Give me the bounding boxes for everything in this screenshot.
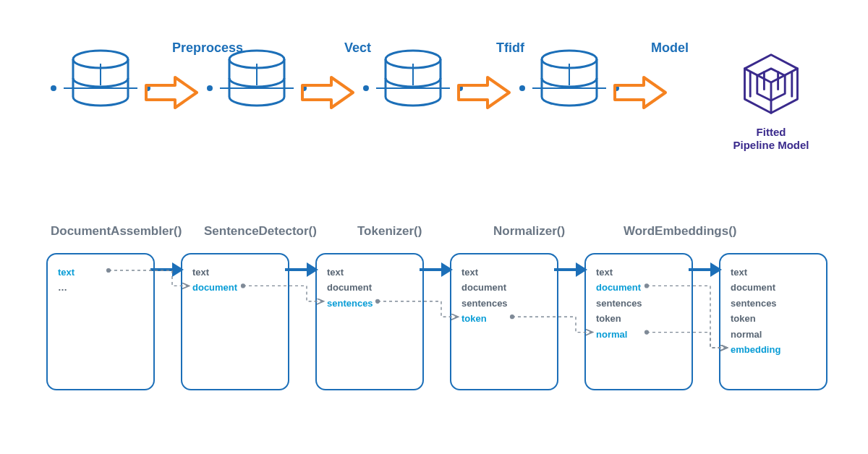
final-label-line2: Pipeline Model — [733, 139, 809, 151]
card-0-item-0: text — [58, 265, 143, 280]
annotator-card-4: textdocumentsentencestokennormal — [584, 253, 693, 390]
card-arrow-1 — [285, 260, 320, 282]
final-model-label: Fitted Pipeline Model — [720, 126, 822, 152]
annotator-bottom-row: DocumentAssembler() SentenceDetector() T… — [46, 224, 822, 427]
step-label-3: Normalizer() — [493, 224, 565, 239]
card-1-item-0: text — [192, 265, 278, 280]
database-base — [515, 84, 624, 93]
annotator-card-2: textdocumentsentences — [315, 253, 424, 390]
pipeline-arrow-0 — [145, 75, 200, 113]
card-4-item-4: normal — [596, 327, 681, 342]
card-arrow-3 — [554, 260, 589, 282]
database-icon-0 — [46, 49, 155, 121]
model-cube-icon — [736, 49, 806, 119]
card-3-item-0: text — [461, 265, 547, 280]
fat-arrow-icon — [145, 75, 200, 110]
card-5-item-1: document — [731, 280, 816, 295]
card-5-item-5: embedding — [731, 342, 816, 357]
annotator-card-0: text… — [46, 253, 155, 390]
fitted-pipeline-model: Fitted Pipeline Model — [720, 49, 822, 152]
pipeline-arrow-2 — [457, 75, 512, 113]
pipeline-arrow-1 — [301, 75, 356, 113]
fat-arrow-icon — [613, 75, 668, 110]
card-2-item-2: sentences — [327, 296, 412, 311]
stage-label-preprocess: Preprocess — [172, 40, 243, 56]
stage-label-model: Model — [651, 40, 689, 56]
thin-arrow-icon — [554, 260, 589, 279]
card-5-item-0: text — [731, 265, 816, 280]
thin-arrow-icon — [150, 260, 185, 279]
card-5-item-3: token — [731, 311, 816, 326]
thin-arrow-icon — [689, 260, 723, 279]
annotator-card-5: textdocumentsentencestokennormalembeddin… — [719, 253, 827, 390]
database-icon-2 — [359, 49, 467, 121]
stage-label-tfidf: Tfidf — [496, 40, 524, 56]
pipeline-arrow-3 — [613, 75, 668, 113]
step-label-4: WordEmbeddings() — [624, 224, 736, 239]
fat-arrow-icon — [301, 75, 356, 110]
card-arrow-0 — [150, 260, 185, 282]
database-base — [359, 84, 467, 93]
thin-arrow-icon — [285, 260, 320, 279]
card-1-item-1: document — [192, 280, 278, 295]
final-label-line1: Fitted — [757, 126, 786, 138]
card-arrow-2 — [420, 260, 454, 282]
annotator-card-1: textdocument — [181, 253, 289, 390]
card-0-item-1: … — [58, 280, 143, 295]
card-2-item-1: document — [327, 280, 412, 295]
annotator-card-3: textdocumentsentencestoken — [450, 253, 558, 390]
database-base — [203, 84, 311, 93]
database-icon-3 — [515, 49, 624, 121]
stage-label-vect: Vect — [344, 40, 371, 56]
step-label-0: DocumentAssembler() — [51, 224, 182, 239]
card-2-item-0: text — [327, 265, 412, 280]
step-label-1: SentenceDetector() — [204, 224, 317, 239]
database-icon-1 — [203, 49, 311, 121]
step-label-2: Tokenizer() — [357, 224, 422, 239]
card-4-item-3: token — [596, 311, 681, 326]
database-base — [46, 84, 155, 93]
card-4-item-1: document — [596, 280, 681, 295]
card-arrow-4 — [689, 260, 723, 282]
card-4-item-2: sentences — [596, 296, 681, 311]
thin-arrow-icon — [420, 260, 454, 279]
card-3-item-3: token — [461, 311, 547, 326]
card-3-item-1: document — [461, 280, 547, 295]
card-3-item-2: sentences — [461, 296, 547, 311]
pipeline-top-row: Preprocess Vect Tfidf Model — [46, 49, 822, 179]
fat-arrow-icon — [457, 75, 512, 110]
card-4-item-0: text — [596, 265, 681, 280]
card-5-item-2: sentences — [731, 296, 816, 311]
card-5-item-4: normal — [731, 327, 816, 342]
